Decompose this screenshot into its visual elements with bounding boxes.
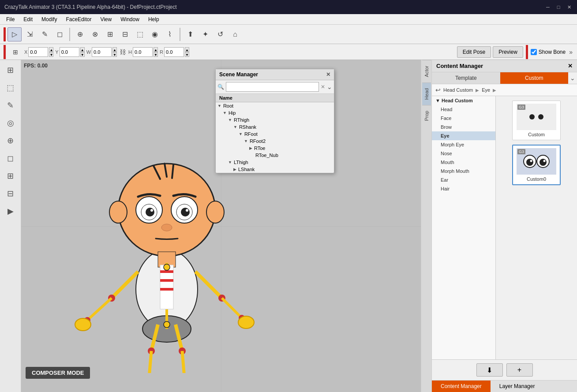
w-down-arrow[interactable]: ▼ <box>112 52 117 57</box>
tree-row-rfoot[interactable]: ▼RFoot <box>216 131 334 138</box>
minimize-button[interactable]: ─ <box>544 4 551 11</box>
select-tool-button[interactable]: ▷ <box>7 27 22 41</box>
edit-pose-button[interactable]: Edit Pose <box>457 46 491 58</box>
svg-point-27 <box>238 316 254 329</box>
menubar-item-view[interactable]: View <box>96 15 116 23</box>
r-down-arrow[interactable]: ▼ <box>185 52 189 57</box>
y-down-arrow[interactable]: ▼ <box>80 52 85 57</box>
sidebar-btn-4[interactable]: ◎ <box>2 115 19 131</box>
cm-tree-item-ear[interactable]: Ear <box>432 175 495 184</box>
vtab-prop[interactable]: Prop <box>422 105 431 126</box>
search-clear-icon[interactable]: ✕ <box>321 84 325 90</box>
w-input[interactable] <box>92 47 112 57</box>
move-tool-button[interactable]: ⇲ <box>22 27 37 41</box>
tab-template[interactable]: Template <box>432 72 500 84</box>
cm-back-button[interactable]: ↩ <box>435 86 441 93</box>
tool12[interactable]: ⬆ <box>183 27 197 41</box>
tab-content-manager[interactable]: Content Manager <box>432 381 491 392</box>
menubar-item-modify[interactable]: Modify <box>37 15 61 23</box>
tool6[interactable]: ⊗ <box>88 27 102 41</box>
grid-button[interactable]: ⊞ <box>8 45 22 59</box>
h-up-arrow[interactable]: ▲ <box>154 47 158 52</box>
menubar-item-file[interactable]: File <box>2 15 19 23</box>
cm-tree-item-nose[interactable]: Nose <box>432 149 495 158</box>
tab-layer-manager[interactable]: Layer Manager <box>491 381 544 392</box>
x-input[interactable] <box>28 47 48 57</box>
cm-breadcrumb-headcustom[interactable]: Head Custom <box>443 87 473 93</box>
x-up-arrow[interactable]: ▲ <box>49 47 53 52</box>
preview-button[interactable]: Preview <box>493 46 523 58</box>
tool7[interactable]: ⊞ <box>103 27 117 41</box>
r-arrows: ▲ ▼ <box>185 47 189 57</box>
cm-card-custom[interactable]: G3 Custom <box>512 101 561 140</box>
w-up-arrow[interactable]: ▲ <box>112 47 117 52</box>
tree-row-rtoe[interactable]: ▶RToe <box>216 145 334 152</box>
menubar-item-window[interactable]: Window <box>116 15 144 23</box>
tool8[interactable]: ⊟ <box>118 27 132 41</box>
tool5[interactable]: ⊕ <box>73 27 87 41</box>
sidebar-btn-3[interactable]: ✎ <box>2 97 19 114</box>
sidebar-btn-2[interactable]: ⬚ <box>2 79 19 96</box>
cm-tree-item-brow[interactable]: Brow <box>432 123 495 131</box>
toolbar-expand-button[interactable]: » <box>567 48 574 56</box>
sidebar-btn-7[interactable]: ⊞ <box>2 168 19 184</box>
cm-tab-expand-icon[interactable]: ⌄ <box>568 73 577 83</box>
tree-row-root[interactable]: ▼Root <box>216 102 334 109</box>
eraser-tool-button[interactable]: ◻ <box>52 27 67 41</box>
scene-manager-header[interactable]: Scene Manager ✕ <box>216 69 334 80</box>
menubar-item-faceeditor[interactable]: FaceEditor <box>61 15 96 23</box>
tree-row-lshank[interactable]: ▶LShank <box>216 166 334 173</box>
tree-row-rthigh[interactable]: ▼RThigh <box>216 116 334 123</box>
tab-custom[interactable]: Custom <box>500 72 569 84</box>
x-down-arrow[interactable]: ▼ <box>49 52 53 57</box>
sidebar-btn-5[interactable]: ⊕ <box>2 132 19 149</box>
sidebar-btn-8[interactable]: ⊟ <box>2 185 19 202</box>
vtab-head[interactable]: Head <box>422 82 431 105</box>
show-bone-checkbox[interactable] <box>531 49 537 55</box>
close-button[interactable]: ✕ <box>566 4 573 11</box>
scene-manager-search-input[interactable] <box>226 82 319 92</box>
tool9[interactable]: ⬚ <box>133 27 147 41</box>
tree-row-rshank[interactable]: ▼RShank <box>216 123 334 131</box>
scene-manager-close-button[interactable]: ✕ <box>326 71 330 78</box>
tool10[interactable]: ◉ <box>148 27 162 41</box>
cm-tree-item-hair[interactable]: Hair <box>432 184 495 193</box>
cm-tree-item-morphmouth[interactable]: Morph Mouth <box>432 167 495 175</box>
bone-tool-button[interactable]: ✎ <box>37 27 52 41</box>
sidebar-btn-9[interactable]: ▶ <box>2 203 19 220</box>
maximize-button[interactable]: □ <box>555 4 562 11</box>
r-up-arrow[interactable]: ▲ <box>185 47 189 52</box>
tool14[interactable]: ↺ <box>213 27 227 41</box>
menubar-item-edit[interactable]: Edit <box>19 15 37 23</box>
sidebar-btn-6[interactable]: ◻ <box>2 150 19 167</box>
tree-row-rfoot2[interactable]: ▼RFoot2 <box>216 138 334 145</box>
cm-breadcrumb-eye[interactable]: Eye <box>482 87 490 93</box>
cm-tree-item-mouth[interactable]: Mouth <box>432 158 495 167</box>
tree-row-hip[interactable]: ▼Hip <box>216 109 334 116</box>
add-button[interactable]: + <box>506 363 533 377</box>
sidebar-btn-1[interactable]: ⊞ <box>2 62 19 78</box>
download-button[interactable]: ⬇ <box>476 363 503 377</box>
h-down-arrow[interactable]: ▼ <box>154 52 158 57</box>
scene-manager-expand-icon[interactable]: ⌄ <box>327 83 332 90</box>
tool15[interactable]: ⌂ <box>228 27 242 41</box>
canvas-area[interactable]: FPS: 0.00 <box>21 60 421 392</box>
cm-tree-item-eye[interactable]: Eye <box>432 131 495 140</box>
cm-tree-item-head[interactable]: Head <box>432 105 495 114</box>
y-up-arrow[interactable]: ▲ <box>80 47 85 52</box>
r-input[interactable] <box>164 47 184 57</box>
tool11[interactable]: ⌇ <box>163 27 177 41</box>
cm-tree-item-morpheye[interactable]: Morph Eye <box>432 140 495 149</box>
vtab-actor[interactable]: Actor <box>422 60 431 82</box>
cm-tree-group-headcustom[interactable]: ▼ Head Custom <box>432 96 495 105</box>
cm-tree-item-face[interactable]: Face <box>432 114 495 123</box>
tree-row-lthigh[interactable]: ▼LThigh <box>216 159 334 166</box>
content-manager-close-button[interactable]: ✕ <box>568 63 573 69</box>
menubar-item-help[interactable]: Help <box>144 15 164 23</box>
tool13[interactable]: ✦ <box>198 27 212 41</box>
h-input[interactable] <box>133 47 153 57</box>
y-input[interactable] <box>60 47 79 57</box>
tree-row-rtoanbul[interactable]: RToe_Nub <box>216 152 334 159</box>
cm-g3-badge-custom0: G3 <box>517 149 525 154</box>
cm-card-custom0[interactable]: G3 Custom0 <box>512 145 561 185</box>
